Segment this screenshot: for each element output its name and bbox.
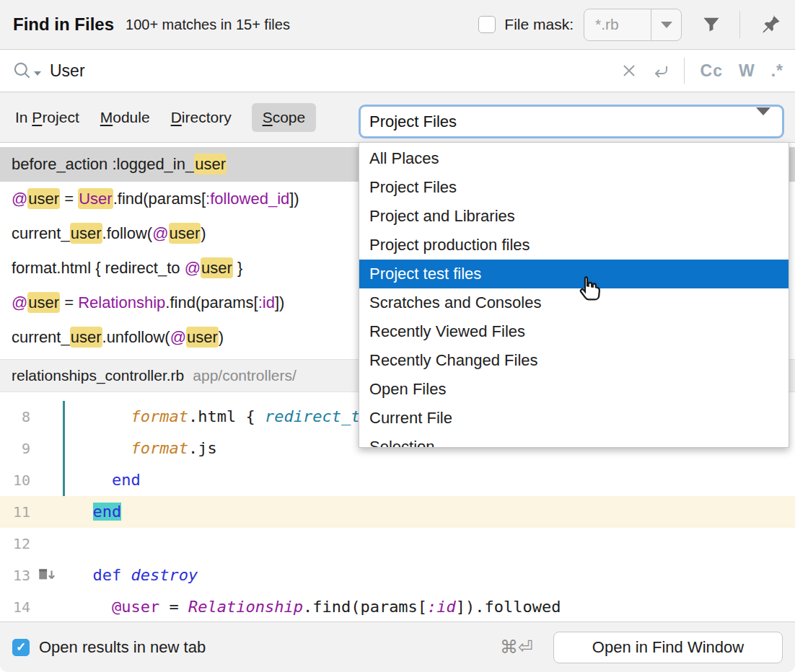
code-segment: redirect_to: [265, 407, 370, 425]
match-segment: User: [78, 188, 113, 209]
open-results-new-tab-checkbox[interactable]: ✓: [12, 639, 30, 656]
popup-item-recently-changed-files[interactable]: Recently Changed Files: [359, 346, 789, 375]
code-line[interactable]: 13 def destroy: [0, 560, 795, 591]
search-divider: [684, 58, 685, 84]
popup-item-project-production-files[interactable]: Project production files: [359, 231, 789, 260]
code-segment: .find(params[: [303, 598, 427, 616]
file-mask-label: File mask:: [504, 16, 574, 33]
newline-icon: [651, 61, 671, 81]
match-segment: user: [186, 327, 219, 348]
match-segment: :id: [258, 293, 275, 311]
code-text: def destroy: [74, 560, 198, 591]
popup-item-all-places[interactable]: All Places: [359, 144, 789, 173]
text-segment: format.html { redirect_to: [12, 259, 185, 277]
code-segment: .js: [188, 439, 217, 457]
text-segment: .find(params[: [113, 190, 206, 208]
file-mask-dropdown-button[interactable]: [651, 9, 681, 40]
text-segment: current_: [12, 328, 70, 346]
header-controls: File mask: *.rb: [478, 9, 782, 41]
clear-icon: [620, 62, 638, 79]
shortcut-hint: ⌘⏎: [500, 637, 533, 658]
code-segment: format: [131, 407, 188, 425]
clear-search-button[interactable]: [620, 62, 638, 79]
popup-item-project-files[interactable]: Project Files: [359, 173, 789, 202]
search-icon: [12, 60, 33, 81]
match-case-toggle[interactable]: Cc: [700, 61, 723, 81]
dialog-title: Find in Files: [13, 14, 114, 35]
code-text: format.js: [74, 433, 217, 464]
match-segment: user: [27, 292, 60, 313]
code-segment: ]).followed: [456, 598, 561, 616]
pin-button[interactable]: [759, 13, 782, 36]
match-segment: @: [185, 259, 201, 277]
text-segment: =: [60, 293, 78, 311]
search-history-button[interactable]: [12, 60, 41, 81]
file-mask-checkbox[interactable]: [478, 16, 496, 33]
popup-item-open-files[interactable]: Open Files: [359, 375, 789, 404]
popup-item-project-and-libraries[interactable]: Project and Libraries: [359, 202, 789, 231]
cursor-icon: [574, 273, 604, 306]
open-results-new-tab-label: Open results in new tab: [39, 638, 206, 657]
code-text: end: [74, 464, 141, 496]
words-toggle[interactable]: W: [739, 61, 755, 81]
search-history-chevron-icon: [34, 71, 41, 76]
code-line[interactable]: 11 end: [0, 496, 795, 528]
line-number: 12: [0, 528, 30, 560]
regex-toggle[interactable]: .*: [771, 61, 783, 81]
line-number: 9: [0, 433, 30, 464]
chevron-down-icon: [661, 22, 672, 28]
code-line[interactable]: 14 @user = Relationship.find(params[:id]…: [0, 591, 795, 622]
pin-icon: [759, 13, 782, 36]
scope-combobox-value: Project Files: [361, 112, 756, 131]
code-segment: end: [93, 503, 122, 521]
line-number: 8: [0, 401, 30, 433]
popup-item-selection[interactable]: Selection: [359, 433, 789, 448]
header-divider: [739, 11, 740, 38]
code-line[interactable]: 10 end: [0, 464, 795, 496]
text-segment: ]): [275, 293, 284, 311]
match-segment: user: [70, 327, 102, 348]
header-bar: Find in Files 100+ matches in 15+ files …: [0, 0, 795, 50]
line-number: 13: [0, 560, 30, 591]
text-segment: .unfollow(: [102, 328, 170, 346]
filter-button[interactable]: [700, 14, 722, 35]
tab-in-project[interactable]: In Project: [12, 103, 83, 132]
file-mask-value: *.rb: [584, 16, 651, 33]
code-text: end: [74, 496, 121, 528]
match-segment: @: [170, 328, 186, 346]
scope-combobox[interactable]: Project Files: [359, 105, 784, 138]
file-name: relationships_controller.rb: [12, 367, 184, 384]
code-segment: Relationship: [188, 598, 303, 616]
file-path: app/controllers/: [193, 367, 297, 384]
open-in-find-window-button[interactable]: Open in Find Window: [553, 632, 783, 663]
newline-button[interactable]: [651, 61, 671, 81]
match-segment: @: [152, 224, 168, 242]
footer-bar: ✓ Open results in new tab ⌘⏎ Open in Fin…: [0, 622, 795, 672]
match-segment: user: [194, 154, 227, 174]
text-segment: .find(params[: [165, 293, 258, 311]
code-segment: @user: [112, 598, 159, 616]
popup-item-recently-viewed-files[interactable]: Recently Viewed Files: [359, 317, 789, 346]
tab-module[interactable]: Module: [97, 103, 154, 132]
match-segment: @: [12, 293, 27, 311]
match-summary: 100+ matches in 15+ files: [126, 17, 290, 33]
text-segment: before_action :logged_in_: [12, 155, 194, 173]
tab-directory[interactable]: Directory: [167, 103, 235, 132]
text-segment: .follow(: [102, 224, 153, 242]
text-segment: ): [201, 224, 206, 242]
code-line[interactable]: 12: [0, 528, 795, 560]
match-segment: Relationship: [78, 293, 165, 311]
search-bar: User Cc W .*: [0, 50, 795, 92]
code-segment: destroy: [131, 566, 198, 584]
search-input[interactable]: User: [50, 61, 85, 81]
text-segment: current_: [12, 224, 70, 242]
tab-scope[interactable]: Scope: [252, 103, 317, 132]
file-mask-combo[interactable]: *.rb: [584, 9, 682, 41]
code-segment: :id: [427, 598, 456, 616]
line-number: 14: [0, 591, 30, 622]
match-segment: user: [201, 257, 233, 278]
text-segment: }: [233, 259, 242, 277]
code-segment: def: [93, 566, 122, 584]
text-segment: ): [219, 328, 224, 346]
popup-item-current-file[interactable]: Current File: [359, 404, 789, 433]
